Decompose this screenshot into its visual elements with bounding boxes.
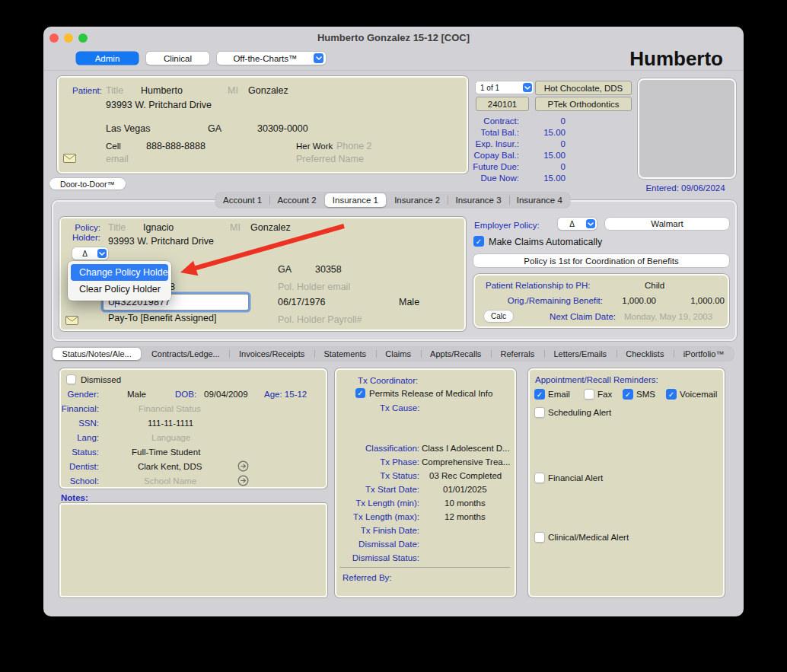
tab-contracts-ledger[interactable]: Contracts/Ledge... bbox=[142, 347, 229, 361]
tab-iportfolio[interactable]: iPortfolio™ bbox=[674, 347, 734, 361]
tab-insurance-4[interactable]: Insurance 4 bbox=[509, 193, 570, 208]
dentist-label: Dentist: bbox=[61, 462, 99, 471]
policy-email-placeholder[interactable]: Pol. Holder email bbox=[278, 282, 350, 292]
record-nav-dropdown[interactable]: 1 of 1 bbox=[476, 81, 534, 94]
goto-school-icon[interactable] bbox=[237, 475, 249, 486]
email-envelope-icon[interactable] bbox=[65, 314, 79, 326]
tab-insurance-1[interactable]: Insurance 1 bbox=[325, 193, 386, 207]
dentist-value[interactable]: Clark Kent, DDS bbox=[138, 462, 202, 471]
chart-number-field[interactable]: 240101 bbox=[476, 97, 529, 111]
make-claims-checkbox[interactable] bbox=[473, 236, 484, 247]
relationship-value[interactable]: Child bbox=[645, 281, 664, 290]
language-placeholder[interactable]: Language bbox=[151, 433, 190, 442]
patient-label: Patient: bbox=[60, 86, 102, 95]
benefit-remaining-value[interactable]: 1,000.00 bbox=[671, 296, 725, 305]
tab-claims[interactable]: Claims bbox=[376, 347, 421, 361]
tab-status-notes-alerts[interactable]: Status/Notes/Ale... bbox=[53, 348, 141, 360]
tab-statements[interactable]: Statements bbox=[314, 347, 376, 361]
off-the-charts-dropdown[interactable]: Off-the-Charts™ bbox=[217, 52, 326, 65]
dob-value[interactable]: 09/04/2009 bbox=[204, 390, 248, 399]
tab-referrals[interactable]: Referrals bbox=[491, 347, 544, 361]
tx-row-value[interactable]: Comprehensive Trea... bbox=[422, 457, 510, 467]
tx-panel-divider bbox=[339, 567, 510, 568]
tab-account-1[interactable]: Account 1 bbox=[215, 193, 269, 208]
patient-phone2-type-label[interactable]: Her Work bbox=[296, 142, 333, 151]
coordination-of-benefits-button[interactable]: Policy is 1st for Coordination of Benefi… bbox=[473, 254, 729, 267]
policy-mi-placeholder[interactable]: MI bbox=[230, 222, 241, 233]
calc-button[interactable]: Calc bbox=[484, 311, 513, 322]
policy-last-name[interactable]: Gonzalez bbox=[250, 222, 291, 233]
notes-textarea[interactable] bbox=[59, 503, 327, 597]
delta-label: Δ bbox=[72, 250, 97, 258]
patient-preferred-name-placeholder[interactable]: Preferred Name bbox=[296, 154, 364, 164]
tab-account-2[interactable]: Account 2 bbox=[269, 193, 323, 208]
policy-first-name[interactable]: Ignacio bbox=[143, 222, 174, 233]
patient-street[interactable]: 93993 W. Pritchard Drive bbox=[106, 100, 212, 110]
policy-dob[interactable]: 06/17/1976 bbox=[278, 297, 326, 307]
patient-first-name[interactable]: Humberto bbox=[141, 85, 183, 96]
tab-invoices-receipts[interactable]: Invoices/Receipts bbox=[229, 347, 314, 361]
patient-state[interactable]: GA bbox=[208, 123, 221, 134]
benefit-original-value[interactable]: 1,000.00 bbox=[603, 296, 656, 305]
financial-status-placeholder[interactable]: Financial Status bbox=[139, 404, 201, 413]
patient-last-name[interactable]: Gonzalez bbox=[248, 85, 288, 96]
goto-dentist-icon[interactable] bbox=[237, 460, 249, 472]
clinical-tab-button[interactable]: Clinical bbox=[146, 52, 209, 65]
lang-label: Lang: bbox=[61, 433, 99, 442]
tx-row-value[interactable]: 12 months bbox=[444, 512, 486, 521]
patient-mi-placeholder[interactable]: MI bbox=[228, 85, 238, 96]
patient-zip[interactable]: 30309-0000 bbox=[257, 123, 308, 134]
tab-insurance-3[interactable]: Insurance 3 bbox=[448, 193, 508, 208]
tab-insurance-2[interactable]: Insurance 2 bbox=[387, 193, 448, 208]
patient-phone-type-label[interactable]: Cell bbox=[106, 142, 121, 151]
tx-row-value[interactable]: 10 months bbox=[444, 498, 486, 508]
employer-policy-dropdown[interactable]: Δ bbox=[558, 218, 597, 230]
clinical-alert-checkbox[interactable] bbox=[534, 532, 545, 543]
fax-reminder-checkbox[interactable] bbox=[584, 389, 594, 400]
tab-checklists[interactable]: Checklists bbox=[617, 347, 674, 361]
door-to-door-button[interactable]: Door-to-Door™ bbox=[49, 178, 126, 189]
menu-item-clear-policy-holder[interactable]: Clear Policy Holder bbox=[71, 281, 168, 298]
next-claim-date[interactable]: Monday, May 19, 2003 bbox=[624, 312, 712, 321]
practice-button[interactable]: PTek Orthodontics bbox=[535, 97, 632, 111]
voicemail-reminder-checkbox[interactable] bbox=[666, 389, 677, 400]
policy-holder-actions-dropdown[interactable]: Δ bbox=[72, 247, 108, 260]
school-placeholder[interactable]: School Name bbox=[144, 476, 196, 486]
policy-payroll-placeholder[interactable]: Pol. Holder Payroll# bbox=[278, 314, 362, 325]
policy-street[interactable]: 93993 W. Pritchard Drive bbox=[108, 236, 214, 247]
financial-alert-checkbox[interactable] bbox=[534, 473, 545, 483]
sms-reminder-checkbox[interactable] bbox=[623, 389, 633, 400]
policy-title-placeholder[interactable]: Title bbox=[108, 222, 126, 233]
scheduling-alert-checkbox[interactable] bbox=[534, 407, 545, 418]
email-envelope-icon[interactable] bbox=[63, 152, 77, 164]
pay-to-label[interactable]: Pay-To [Benefit Assigned] bbox=[108, 313, 216, 323]
policy-zip[interactable]: 30358 bbox=[315, 264, 342, 275]
tab-letters-emails[interactable]: Letters/Emails bbox=[544, 347, 617, 361]
policy-state[interactable]: GA bbox=[278, 264, 292, 275]
ssn-value[interactable]: 111-11-1111 bbox=[148, 419, 193, 428]
admin-tab-button[interactable]: Admin bbox=[76, 52, 139, 65]
tx-row-value[interactable]: 03 Rec Completed bbox=[429, 471, 502, 480]
patient-phone2-placeholder[interactable]: Phone 2 bbox=[336, 141, 372, 151]
tx-row-value[interactable]: Class I Adolescent D... bbox=[422, 444, 510, 453]
tx-row-value[interactable]: 01/01/2025 bbox=[443, 485, 487, 494]
doctor-button[interactable]: Hot Chocolate, DDS bbox=[535, 81, 632, 95]
gender-value[interactable]: Male bbox=[127, 390, 146, 399]
record-nav-label: 1 of 1 bbox=[480, 84, 499, 92]
dismissed-checkbox[interactable] bbox=[66, 374, 76, 384]
patient-photo-placeholder[interactable] bbox=[638, 78, 736, 179]
patient-email-placeholder[interactable]: email bbox=[106, 154, 129, 164]
reminders-panel: Appointment/Recall Reminders: Email Fax … bbox=[528, 368, 725, 597]
patient-phone[interactable]: 888-888-8888 bbox=[146, 141, 206, 151]
tab-appts-recalls[interactable]: Appts/Recalls bbox=[421, 347, 491, 361]
relationship-benefit-panel: Patient Relationship to PH: Child Orig./… bbox=[473, 274, 729, 328]
menu-item-change-policy-holder[interactable]: Change Policy Holder bbox=[71, 264, 168, 281]
policy-gender[interactable]: Male bbox=[399, 297, 419, 307]
email-reminder-checkbox[interactable] bbox=[534, 389, 545, 400]
patient-city[interactable]: Las Vegas bbox=[106, 123, 150, 134]
referred-by-label: Referred By: bbox=[343, 573, 392, 582]
permits-release-checkbox[interactable] bbox=[355, 388, 365, 398]
employer-name-field[interactable]: Walmart bbox=[605, 218, 729, 230]
status-value[interactable]: Full-Time Student bbox=[132, 447, 200, 457]
patient-title-placeholder[interactable]: Title bbox=[106, 85, 123, 96]
